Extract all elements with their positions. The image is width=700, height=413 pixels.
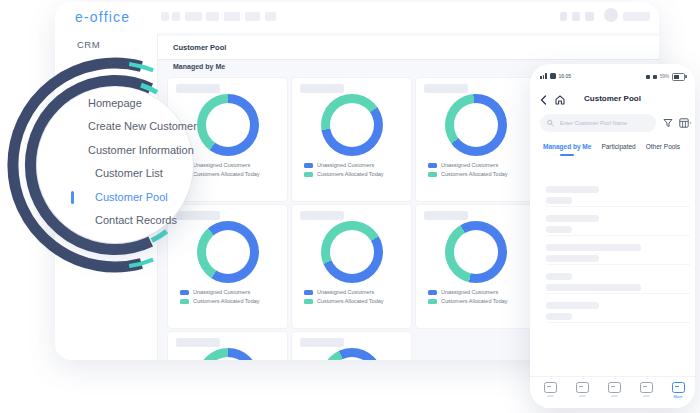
battery-percent: 59% xyxy=(660,74,669,79)
menu-item-create-new-customer[interactable]: Create New Customer xyxy=(88,120,197,132)
customer-pool-card[interactable]: Unassigned Customers Customers Allocated… xyxy=(291,204,412,329)
legend-item-unassigned: Unassigned Customers xyxy=(428,162,498,168)
skeleton-line xyxy=(546,206,690,207)
list-item-skeleton xyxy=(546,244,690,273)
legend-label: Customers Allocated Today xyxy=(441,298,508,304)
list-item-skeleton xyxy=(546,302,690,331)
skeleton-line xyxy=(546,313,572,320)
menu-item-customer-pool[interactable]: Customer Pool xyxy=(95,191,168,203)
page-title-bar: Customer Pool xyxy=(158,36,659,60)
sidebar-section-label: CRM xyxy=(77,39,100,50)
search-input[interactable] xyxy=(558,119,649,127)
card-title-placeholder xyxy=(424,211,468,220)
donut-chart xyxy=(445,94,507,156)
header-placeholder xyxy=(185,12,202,21)
legend-label: Unassigned Customers xyxy=(317,162,374,168)
signal-icon xyxy=(540,73,547,79)
donut-chart xyxy=(321,221,383,283)
page-title: Customer Pool xyxy=(173,43,226,52)
list-item-skeleton xyxy=(546,186,690,215)
skeleton-line xyxy=(546,322,690,323)
tabbar-item[interactable] xyxy=(539,382,561,397)
status-bar-right: 59% xyxy=(646,73,685,81)
status-bar-left: 16:05 xyxy=(540,73,571,79)
legend-label: Unassigned Customers xyxy=(317,289,374,295)
skeleton-line xyxy=(546,226,572,233)
header-icon-placeholder xyxy=(585,12,594,21)
customer-pool-card[interactable]: Unassigned Customers Customers Allocated… xyxy=(415,204,536,329)
header-placeholder xyxy=(245,12,260,21)
zoom-menu-items: HomepageCreate New CustomerCustomer Info… xyxy=(37,87,193,243)
legend-swatch-blue xyxy=(304,290,313,295)
phone-tabs: Managed by MeParticipatedOther Pools xyxy=(543,143,693,156)
menu-item-contact-records[interactable]: Contact Records xyxy=(95,214,177,226)
header-icon-placeholder xyxy=(560,12,567,21)
battery-icon xyxy=(672,73,685,81)
legend-item-unassigned: Unassigned Customers xyxy=(304,289,374,295)
header-placeholder xyxy=(623,12,650,21)
skeleton-line xyxy=(546,264,690,265)
donut-chart xyxy=(321,348,383,360)
legend-swatch-blue xyxy=(180,290,189,295)
tabbar-item[interactable] xyxy=(571,382,593,397)
legend-swatch-teal xyxy=(304,172,313,177)
header-placeholder xyxy=(265,12,276,21)
legend-label: Customers Allocated Today xyxy=(317,171,384,177)
more-icon xyxy=(672,382,685,393)
customer-pool-card[interactable]: Unassigned Customers Customers Allocated… xyxy=(291,77,412,202)
alarm-icon xyxy=(646,75,650,79)
header-placeholder xyxy=(161,12,169,21)
menu-item-customer-information[interactable]: Customer Information xyxy=(88,144,194,156)
skeleton-line xyxy=(546,186,599,193)
legend-swatch-blue xyxy=(428,290,437,295)
card-title-placeholder xyxy=(300,211,344,220)
legend-label: Unassigned Customers xyxy=(441,162,498,168)
skeleton-line xyxy=(546,215,599,222)
tabbar-item[interactable] xyxy=(603,382,625,397)
phone-mockup: 16:05 59% Customer Pool Managed by MePar… xyxy=(530,64,695,408)
search-icon xyxy=(547,119,554,127)
tabbar-label-placeholder xyxy=(611,395,618,397)
column-settings-icon[interactable] xyxy=(679,118,692,128)
skeleton-line xyxy=(546,244,641,251)
legend-item-allocated: Customers Allocated Today xyxy=(428,171,508,177)
card-title-placeholder xyxy=(300,338,344,347)
phone-tab-bar: More xyxy=(530,376,695,408)
phone-page-title: Customer Pool xyxy=(530,94,695,103)
legend-label: Unassigned Customers xyxy=(441,289,498,295)
donut-chart xyxy=(197,348,259,360)
app-icon xyxy=(576,382,589,393)
menu-item-customer-list[interactable]: Customer List xyxy=(95,167,163,179)
skeleton-line xyxy=(546,293,690,294)
customer-pool-card[interactable]: Unassigned Customers Customers Allocated… xyxy=(167,331,288,360)
header-icon-placeholder xyxy=(572,12,580,21)
tabbar-item[interactable] xyxy=(635,382,657,397)
filter-icon[interactable] xyxy=(663,118,673,128)
donut-chart xyxy=(321,94,383,156)
legend-label: Customers Allocated Today xyxy=(441,171,508,177)
skeleton-line xyxy=(546,273,572,280)
donut-chart xyxy=(197,221,259,283)
tabbar-item-more[interactable]: More xyxy=(667,382,689,399)
phone-tab-other-pools[interactable]: Other Pools xyxy=(646,143,680,156)
phone-tab-managed-by-me[interactable]: Managed by Me xyxy=(543,143,591,156)
mute-icon xyxy=(653,75,657,79)
app-icon xyxy=(544,382,557,393)
legend-item-allocated: Customers Allocated Today xyxy=(180,298,260,304)
card-grid: Unassigned Customers Customers Allocated… xyxy=(167,77,536,360)
tabbar-label-placeholder xyxy=(643,395,650,397)
skeleton-line xyxy=(546,255,599,262)
customer-pool-card[interactable]: Unassigned Customers Customers Allocated… xyxy=(415,77,536,202)
menu-item-homepage[interactable]: Homepage xyxy=(88,97,142,109)
donut-chart xyxy=(445,221,507,283)
legend-swatch-teal xyxy=(304,299,313,304)
legend-label: Unassigned Customers xyxy=(193,162,250,168)
phone-tab-participated[interactable]: Participated xyxy=(601,143,635,156)
search-bar[interactable] xyxy=(540,114,656,132)
tabbar-label-placeholder xyxy=(579,395,586,397)
legend-item-unassigned: Unassigned Customers xyxy=(304,162,374,168)
app-logo: e-office xyxy=(75,9,130,25)
customer-pool-card[interactable]: Unassigned Customers Customers Allocated… xyxy=(291,331,412,360)
sim-icon xyxy=(550,73,556,79)
legend-swatch-teal xyxy=(428,299,437,304)
